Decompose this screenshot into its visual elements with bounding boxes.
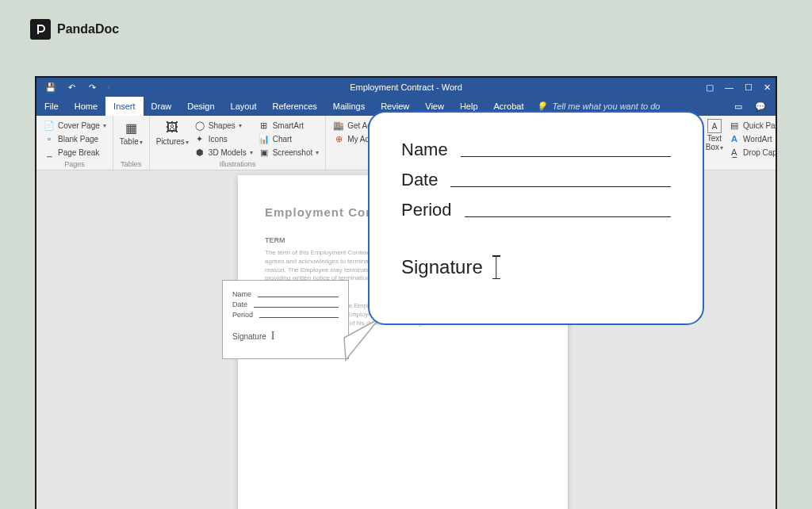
tab-references[interactable]: References (265, 97, 325, 116)
cover-page-button[interactable]: 📄Cover Page▾ (43, 119, 106, 132)
store-icon: 🏬 (332, 119, 345, 132)
text-cursor-icon: I (271, 330, 275, 343)
group-text-label: Text (706, 159, 777, 168)
group-pages: 📄Cover Page▾ ▫Blank Page ⎯Page Break Pag… (36, 116, 113, 170)
field-date-line[interactable] (254, 301, 339, 308)
textbox-icon: A (707, 119, 722, 133)
minimize-icon[interactable]: — (725, 82, 733, 93)
blank-page-button[interactable]: ▫Blank Page (43, 132, 106, 145)
pandadoc-logo: PandaDoc (30, 19, 119, 40)
group-text: A Text Box▾ ▤Quick Parts▾ AWordArt▾ A̲Dr… (699, 116, 777, 170)
page-break-button[interactable]: ⎯Page Break (43, 146, 106, 159)
table-icon: ▦ (122, 119, 140, 136)
qat-customize-icon[interactable]: ▾ (107, 84, 110, 91)
smartart-icon: ⊞ (258, 119, 270, 132)
callout-pointer (343, 317, 381, 362)
callout-date-line[interactable] (450, 186, 671, 187)
lightbulb-icon: 💡 (536, 101, 547, 112)
wordart-icon: A (728, 132, 741, 145)
group-tables-label: Tables (120, 159, 143, 168)
callout-date-label: Date (401, 170, 438, 190)
title-bar: 💾 ↶ ↷ ▾ Employment Contract - Word ▢ — ☐… (36, 78, 776, 97)
field-period-label: Period (232, 311, 253, 319)
tab-insert[interactable]: Insert (105, 97, 144, 116)
screenshot-button[interactable]: ▣Screenshot▾ (258, 146, 320, 159)
pictures-button[interactable]: 🖼 Pictures▾ (156, 119, 189, 146)
undo-icon[interactable]: ↶ (65, 81, 78, 94)
field-period-line[interactable] (259, 312, 339, 318)
dropcap-icon: A̲ (728, 146, 741, 159)
quick-access-toolbar: 💾 ↶ ↷ ▾ (36, 81, 110, 94)
tab-layout[interactable]: Layout (223, 97, 265, 116)
shapes-button[interactable]: ◯Shapes▾ (193, 119, 253, 132)
icons-button[interactable]: ✦Icons (193, 132, 253, 145)
field-name-label: Name (232, 290, 251, 298)
3d-models-icon: ⬢ (193, 146, 206, 159)
tab-mailings[interactable]: Mailings (325, 97, 373, 116)
callout-signature-label: Signature (401, 256, 483, 278)
quick-parts-button[interactable]: ▤Quick Parts▾ (728, 119, 777, 132)
redo-icon[interactable]: ↷ (86, 81, 98, 94)
pandadoc-icon (30, 19, 51, 40)
cover-page-icon: 📄 (43, 119, 56, 132)
maximize-icon[interactable]: ☐ (745, 82, 753, 93)
drop-cap-button[interactable]: A̲Drop Cap▾ (728, 146, 777, 159)
callout-name-line[interactable] (461, 156, 671, 157)
tab-file[interactable]: File (36, 97, 67, 116)
ribbon-options-icon[interactable]: ▢ (706, 82, 714, 93)
3d-models-button[interactable]: ⬢3D Models▾ (193, 146, 253, 159)
page-break-icon: ⎯ (43, 146, 56, 159)
chart-button[interactable]: 📊Chart (258, 132, 320, 145)
pandadoc-brand-text: PandaDoc (57, 22, 119, 36)
callout-name-label: Name (401, 140, 448, 160)
callout-period-line[interactable] (465, 216, 671, 217)
tab-draw[interactable]: Draw (144, 97, 180, 116)
signature-callout: Name Date Period Signature (368, 111, 704, 325)
wordart-button[interactable]: AWordArt▾ (728, 132, 777, 145)
table-button[interactable]: ▦ Table▾ (120, 119, 143, 146)
chart-icon: 📊 (258, 132, 270, 145)
group-illustrations: 🖼 Pictures▾ ◯Shapes▾ ✦Icons ⬢3D Models▾ … (150, 116, 327, 170)
addins-icon: ⊕ (332, 132, 345, 145)
share-icon[interactable]: ▭ (734, 101, 742, 112)
group-tables: ▦ Table▾ Tables (113, 116, 150, 170)
shapes-icon: ◯ (193, 119, 206, 132)
window-title: Employment Contract - Word (36, 82, 776, 92)
tab-home[interactable]: Home (67, 97, 105, 116)
signature-block-small[interactable]: Name Date Period Signature I (222, 280, 349, 359)
text-box-button[interactable]: A Text Box▾ (706, 119, 723, 152)
quickparts-icon: ▤ (728, 119, 741, 132)
text-cursor-icon (492, 255, 500, 279)
close-icon[interactable]: ✕ (764, 82, 771, 93)
tab-design[interactable]: Design (179, 97, 222, 116)
pictures-icon: 🖼 (163, 119, 181, 136)
save-icon[interactable]: 💾 (44, 81, 57, 94)
tell-me-search[interactable]: 💡 Tell me what you want to do (536, 101, 660, 112)
icons-icon: ✦ (193, 132, 206, 145)
smartart-button[interactable]: ⊞SmartArt (258, 119, 320, 132)
blank-page-icon: ▫ (43, 132, 56, 145)
comments-icon[interactable]: 💬 (755, 101, 766, 112)
field-signature-label: Signature (232, 332, 266, 341)
group-illustrations-label: Illustrations (156, 159, 320, 168)
field-name-line[interactable] (258, 291, 339, 297)
group-pages-label: Pages (43, 159, 106, 168)
screenshot-icon: ▣ (258, 146, 270, 159)
tell-me-label: Tell me what you want to do (552, 101, 660, 111)
callout-period-label: Period (401, 200, 452, 220)
field-date-label: Date (232, 300, 247, 308)
